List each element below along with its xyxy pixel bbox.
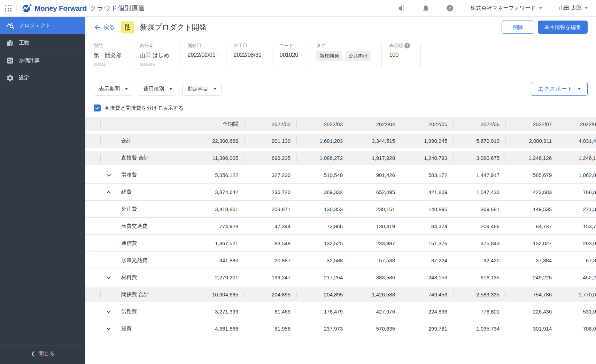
chevron-down-icon[interactable] bbox=[106, 172, 112, 178]
meta-field-tags: 新規開発公共向け bbox=[316, 51, 371, 61]
cost-cell: 92,420 bbox=[453, 252, 505, 269]
cost-cell: 226,436 bbox=[505, 303, 558, 320]
cost-cell: 1,770,0 bbox=[558, 286, 596, 303]
cost-cell: 32,588 bbox=[296, 252, 349, 269]
delete-button[interactable]: 削除 bbox=[502, 21, 534, 34]
cost-cell: 249,225 bbox=[505, 269, 558, 286]
caret-down-icon bbox=[169, 88, 172, 90]
meta-field-2: 開始日2022/02/01 bbox=[180, 42, 226, 67]
separate-costs-label: 直接費と間接費を分けて表示する bbox=[105, 105, 184, 111]
table-row-9: 間接費 合計10,904,665204,895204,8951,426,5887… bbox=[85, 286, 596, 303]
row-label: 材料費 bbox=[117, 269, 192, 286]
cost-cell: 375,843 bbox=[453, 235, 505, 252]
bell-icon[interactable] bbox=[422, 4, 430, 12]
row-label: 経費 bbox=[117, 184, 192, 201]
meta-field-label: 表示順? bbox=[389, 42, 410, 49]
separate-costs-checkbox[interactable] bbox=[94, 104, 101, 111]
cost-cell: 2,000,911 bbox=[505, 132, 558, 149]
cost-cell: 22,300,669 bbox=[192, 132, 244, 149]
table-row-8: 材料費2,279,201139,247217,254383,586248,159… bbox=[85, 269, 596, 286]
filter-bar: 表示期間費用種別勘定科目 エクスポート bbox=[85, 74, 596, 96]
cost-cell: 696,235 bbox=[244, 149, 296, 166]
table-row-1: 直接費 合計11,396,005696,2351,086,2721,917,92… bbox=[85, 149, 596, 166]
chevron-down-icon[interactable] bbox=[106, 274, 112, 281]
meta-field-label: 責任者 bbox=[140, 42, 170, 49]
column-header: 2022/02 bbox=[244, 117, 296, 132]
help-icon[interactable]: ? bbox=[446, 4, 454, 12]
cost-cell: 1,917,928 bbox=[349, 149, 401, 166]
cost-cell: 149,535 bbox=[505, 201, 558, 218]
separate-costs-row: 直接費と間接費を分けて表示する bbox=[94, 104, 588, 111]
cost-cell: 57,538 bbox=[349, 252, 401, 269]
check-icon bbox=[95, 106, 100, 110]
meta-field-value: 001020 bbox=[280, 52, 298, 58]
cost-cell: 4,361,866 bbox=[192, 320, 244, 337]
meta-field-value: 山田 はじめ bbox=[140, 52, 170, 59]
megaphone-icon[interactable] bbox=[398, 4, 406, 12]
filter-dropdowns: 表示期間費用種別勘定科目 bbox=[94, 82, 226, 96]
cost-cell: 1,086,272 bbox=[296, 149, 349, 166]
row-label: 水道光熱費 bbox=[117, 252, 192, 269]
table-row-10: 労務費3,271,39961,469178,479427,976224,8367… bbox=[85, 303, 596, 320]
cost-cell: 1,447,917 bbox=[453, 166, 505, 184]
filter-dropdown-1[interactable]: 費用種別 bbox=[138, 82, 177, 96]
brand-name: Money Forward bbox=[34, 4, 87, 13]
cost-cell: 132,525 bbox=[296, 235, 349, 252]
filter-dropdown-0[interactable]: 表示期間 bbox=[94, 82, 133, 96]
filter-dropdown-2[interactable]: 勘定科目 bbox=[182, 82, 222, 96]
edit-basic-info-button[interactable]: 基本情報を編集 bbox=[538, 21, 588, 34]
cost-cell: 369,332 bbox=[296, 184, 349, 201]
row-label: 合計 bbox=[117, 132, 192, 149]
cost-cell: 299,781 bbox=[401, 320, 453, 337]
meta-field-1: 責任者山田 はじめ002016 bbox=[132, 42, 180, 67]
cost-cell: 2,589,335 bbox=[453, 286, 505, 303]
meta-field-label: 終了日 bbox=[234, 42, 262, 49]
column-header: 2022/06 bbox=[453, 117, 505, 132]
cost-cell: 209,486 bbox=[453, 218, 505, 235]
table-row-4: 外注費3,418,801208,871130,353230,151148,895… bbox=[85, 201, 596, 218]
cost-cell: 152,027 bbox=[505, 235, 558, 252]
cost-cell: 531,0 bbox=[558, 303, 596, 320]
cost-cell: 3,271,399 bbox=[192, 303, 244, 320]
sidebar-item-2[interactable]: 原価計算 bbox=[0, 52, 85, 69]
meta-field-sub: 002016 bbox=[140, 62, 170, 67]
cost-cell: 4,031,4 bbox=[558, 132, 596, 149]
cost-cell: 452,2 bbox=[558, 269, 596, 286]
cost-cell: 768,8 bbox=[558, 184, 596, 201]
back-link[interactable]: 戻る bbox=[94, 24, 115, 31]
cost-cell: 776,801 bbox=[453, 303, 505, 320]
company-menu[interactable]: 株式会社マネーフォワード bbox=[471, 5, 542, 12]
chevron-up-icon[interactable] bbox=[106, 189, 112, 195]
table-row-6: 通信費1,367,52183,548132,525233,987151,3763… bbox=[85, 235, 596, 252]
brand-logo: Money Forward クラウド個別原価 bbox=[22, 3, 145, 13]
apps-grid-icon[interactable] bbox=[5, 5, 11, 11]
export-button[interactable]: エクスポート bbox=[531, 82, 588, 96]
row-label: 間接費 合計 bbox=[117, 286, 192, 303]
meta-field-0: 部門第一開発部00011 bbox=[94, 42, 132, 67]
cost-cell: 1,240,793 bbox=[401, 149, 453, 166]
cost-cell: 81,958 bbox=[244, 320, 296, 337]
sidebar-collapse-button[interactable]: ❮閉じる bbox=[0, 346, 85, 364]
cost-cell: 73,866 bbox=[296, 218, 349, 235]
sidebar-item-3[interactable]: 設定 bbox=[0, 69, 85, 86]
column-header: 2022/0 bbox=[558, 117, 596, 132]
cost-cell: 271,3 bbox=[558, 201, 596, 218]
cost-cell: 1,035,734 bbox=[453, 320, 505, 337]
sidebar-item-1[interactable]: 工数 bbox=[0, 34, 85, 52]
sidebar-item-0[interactable]: プロジェクト bbox=[0, 17, 85, 34]
cost-cell: 1,246,1 bbox=[558, 149, 596, 166]
caret-down-icon bbox=[539, 7, 542, 9]
cost-cell: 1,062,8 bbox=[558, 166, 596, 184]
cost-cell: 341,880 bbox=[192, 252, 244, 269]
cost-cell: 84,374 bbox=[401, 218, 453, 235]
gear-icon bbox=[6, 74, 14, 82]
cost-cell: 236,720 bbox=[244, 184, 296, 201]
cost-cell: 774,928 bbox=[192, 218, 244, 235]
cost-cell: 204,895 bbox=[244, 286, 296, 303]
chevron-down-icon[interactable] bbox=[106, 326, 112, 332]
user-menu[interactable]: 山田 太郎 bbox=[559, 5, 588, 12]
cost-table-wrap: 全期間2022/022022/032022/042022/052022/0620… bbox=[85, 117, 596, 337]
cost-cell: 11,396,005 bbox=[192, 149, 244, 166]
chevron-down-icon[interactable] bbox=[106, 309, 112, 315]
help-badge-icon[interactable]: ? bbox=[404, 43, 410, 48]
